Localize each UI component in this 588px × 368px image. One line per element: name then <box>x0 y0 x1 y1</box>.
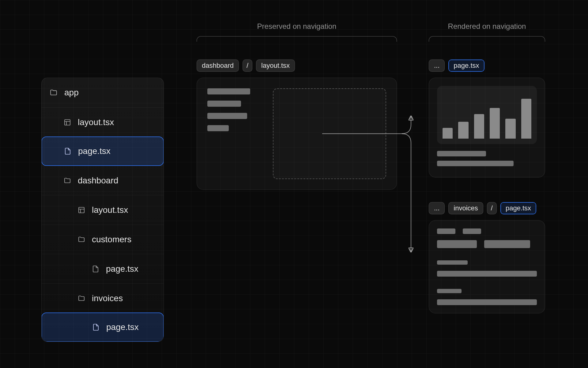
file-icon <box>92 324 100 331</box>
layout-children-slot <box>273 88 386 179</box>
file-tree: app layout.tsx page.tsx dashboard layout… <box>41 78 164 342</box>
tree-item-label: page.tsx <box>106 264 138 274</box>
svg-rect-1 <box>79 207 84 213</box>
chart-skeleton <box>437 86 537 144</box>
bracket-rendered <box>429 36 545 42</box>
tree-item-layout[interactable]: layout.tsx <box>42 107 164 137</box>
tree-item-label: customers <box>92 235 131 244</box>
breadcrumb-layout: dashboard / layout.tsx <box>197 59 295 72</box>
chart-bar <box>490 108 500 139</box>
section-label-rendered: Rendered on navigation <box>429 22 545 31</box>
breadcrumb-render-1: ... page.tsx <box>429 59 484 72</box>
tree-item-label: app <box>64 88 79 98</box>
layout-preview-panel <box>197 78 397 190</box>
tree-item-page[interactable]: page.tsx <box>41 136 164 166</box>
tree-item-label: layout.tsx <box>92 205 128 215</box>
svg-rect-0 <box>65 120 70 125</box>
crumb-page: page.tsx <box>448 59 484 72</box>
layout-icon <box>78 206 85 214</box>
crumb-separator: / <box>487 202 497 214</box>
tree-item-layout[interactable]: layout.tsx <box>42 195 164 224</box>
tree-item-app[interactable]: app <box>42 78 164 107</box>
chart-bar <box>505 119 515 139</box>
tree-item-customers[interactable]: customers <box>42 224 164 254</box>
folder-icon <box>64 177 71 184</box>
crumb-layout: layout.tsx <box>256 59 295 72</box>
chart-bar <box>474 114 484 139</box>
tree-item-label: dashboard <box>78 176 118 186</box>
layout-icon <box>64 119 71 126</box>
file-icon <box>64 148 71 155</box>
chart-bar <box>521 99 531 139</box>
tree-item-label: layout.tsx <box>78 117 114 127</box>
folder-icon <box>50 89 58 97</box>
bracket-preserved <box>197 36 397 42</box>
crumb-page: page.tsx <box>500 202 536 214</box>
folder-icon <box>78 295 85 302</box>
crumb-invoices: invoices <box>448 202 483 214</box>
crumb-ellipsis: ... <box>429 59 445 72</box>
tree-item-label: invoices <box>92 293 123 303</box>
breadcrumb-render-2: ... invoices / page.tsx <box>429 202 536 214</box>
tree-item-page[interactable]: page.tsx <box>42 254 164 283</box>
tree-item-label: page.tsx <box>106 322 139 332</box>
file-icon <box>92 265 99 273</box>
rendered-page-panel-1 <box>429 78 545 178</box>
tree-item-label: page.tsx <box>78 146 111 156</box>
tree-item-invoices[interactable]: invoices <box>42 283 164 313</box>
crumb-separator: / <box>243 59 252 72</box>
crumb-ellipsis: ... <box>429 202 445 214</box>
rendered-page-panel-2 <box>429 220 545 313</box>
chart-bar <box>443 128 453 139</box>
crumb-dashboard: dashboard <box>197 59 239 72</box>
tree-item-dashboard[interactable]: dashboard <box>42 166 164 195</box>
section-label-preserved: Preserved on navigation <box>197 22 397 31</box>
tree-item-page[interactable]: page.tsx <box>41 312 164 342</box>
chart-bar <box>458 122 468 139</box>
folder-icon <box>78 236 85 243</box>
